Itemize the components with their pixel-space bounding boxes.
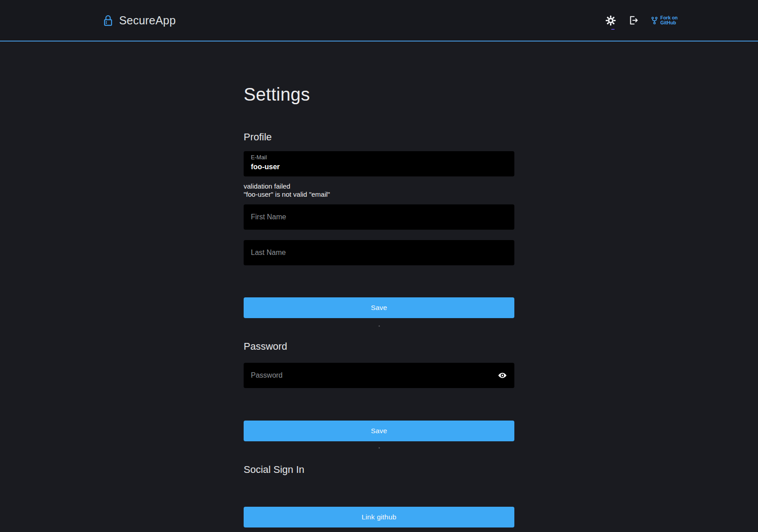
first-name-input[interactable] <box>244 204 514 230</box>
validation-error: validation failed "foo-user" is not vali… <box>244 182 514 198</box>
brand[interactable]: SecureApp <box>103 14 176 27</box>
fork-on-github-link[interactable]: Fork on GitHub <box>651 15 678 26</box>
section-divider-dot <box>379 325 380 327</box>
fork-link-text: Fork on GitHub <box>661 15 678 26</box>
section-divider-dot <box>379 447 380 449</box>
password-heading: Password <box>244 340 514 353</box>
app-header: SecureApp <box>0 0 758 42</box>
gear-active-indicator <box>611 29 615 30</box>
profile-save-button[interactable]: Save <box>244 297 514 318</box>
validation-error-line1: validation failed <box>244 182 514 190</box>
logout-icon <box>629 15 638 25</box>
page-title: Settings <box>244 83 514 105</box>
lock-icon <box>103 14 113 27</box>
email-field[interactable]: E-Mail <box>244 151 514 176</box>
password-input[interactable] <box>244 363 514 388</box>
settings-gear-button[interactable] <box>605 15 616 26</box>
main-content: Settings Profile E-Mail validation faile… <box>0 83 758 527</box>
git-fork-icon <box>651 16 658 25</box>
password-visibility-button[interactable] <box>497 370 508 381</box>
app-title: SecureApp <box>119 14 176 27</box>
logout-button[interactable] <box>629 15 638 25</box>
last-name-input[interactable] <box>244 240 514 265</box>
eye-icon <box>498 371 507 380</box>
settings-column: Settings Profile E-Mail validation faile… <box>244 83 514 527</box>
email-input[interactable] <box>251 162 507 172</box>
password-field <box>244 363 514 388</box>
link-github-button[interactable]: Link github <box>244 507 514 527</box>
password-save-button[interactable]: Save <box>244 421 514 441</box>
profile-heading: Profile <box>244 131 514 143</box>
social-sign-in-heading: Social Sign In <box>244 463 514 476</box>
header-actions: Fork on GitHub <box>605 15 678 26</box>
validation-error-line2: "foo-user" is not valid "email" <box>244 190 514 199</box>
gear-icon <box>605 15 616 26</box>
email-field-label: E-Mail <box>251 154 507 161</box>
